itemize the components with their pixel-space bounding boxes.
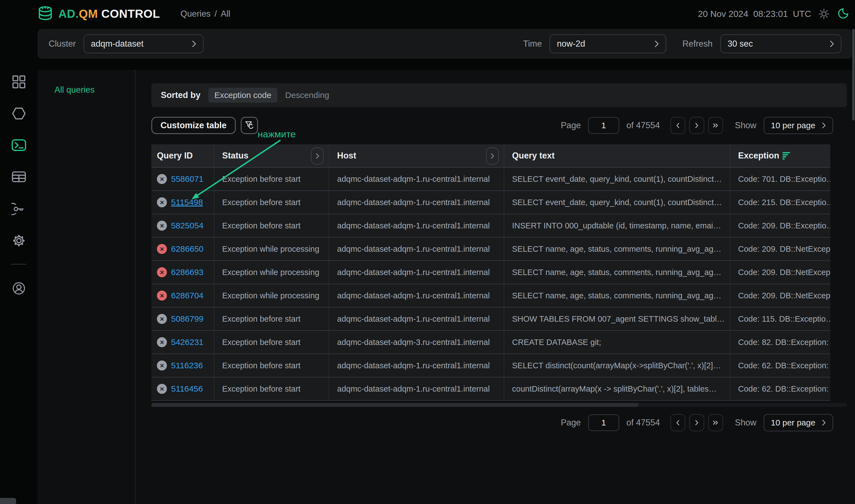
- column-header-query-text: Query text: [504, 144, 730, 168]
- column-header-host: Host: [329, 144, 504, 168]
- prev-page-button[interactable]: [670, 117, 685, 134]
- query-id-link[interactable]: 5426231: [171, 338, 204, 347]
- sidebar-item-tables[interactable]: [11, 169, 27, 185]
- query-id-link[interactable]: 6286693: [171, 268, 204, 277]
- status-filter-chevron-button[interactable]: [311, 147, 324, 165]
- pagination-top: Page of 47554 Show 10 per page: [561, 117, 833, 134]
- page-total: of 47554: [626, 418, 660, 428]
- host-cell: adqmc-dataset-adqm-1.ru-central1.interna…: [329, 191, 504, 214]
- table-row: 6286650 Exception while processing adqmc…: [151, 238, 830, 261]
- moon-theme-icon[interactable]: [837, 8, 849, 20]
- query-id-cell: 6286704: [151, 284, 214, 307]
- cross-in-circle-icon: [157, 337, 167, 347]
- query-text-cell: SELECT name, age, status, comments, runn…: [504, 261, 730, 284]
- status-cell: Exception before start: [214, 214, 329, 238]
- sidebar: [0, 28, 37, 504]
- query-id-cell: 5825054: [151, 214, 214, 238]
- query-id-cell: 5116456: [151, 377, 214, 401]
- cross-in-circle-icon: [157, 314, 167, 324]
- reset-filters-button[interactable]: [241, 117, 258, 134]
- query-text-cell: CREATE DATABASE git;: [504, 331, 730, 354]
- exception-cell: Code: 209. DB::NetExcep…: [730, 261, 830, 284]
- topbar-right: 20 Nov 2024 08:23:01 UTC: [698, 8, 849, 20]
- last-page-button[interactable]: [708, 414, 723, 431]
- subnav-all-queries[interactable]: All queries: [54, 85, 95, 95]
- host-cell: adqmc-dataset-adqm-1.ru-central1.interna…: [329, 354, 504, 377]
- show-label: Show: [735, 121, 756, 130]
- page-label: Page: [561, 121, 581, 130]
- gear-icon: [12, 233, 27, 248]
- top-zone: AD.QM CONTROL Queries / All 20 Nov 2024 …: [0, 0, 855, 70]
- query-id-link[interactable]: 6286704: [171, 291, 204, 300]
- customize-table-button[interactable]: Customize table: [151, 117, 236, 134]
- pagination-bottom: Page of 47554 Show 10 per page: [561, 414, 833, 431]
- chevron-right-icon: [822, 122, 826, 129]
- horizontal-scrollbar-thumb[interactable]: [151, 403, 639, 407]
- cross-in-circle-icon: [157, 174, 167, 184]
- subnav-divider: [135, 70, 136, 504]
- status-corner-box: [0, 498, 16, 504]
- time-text: 08:23:01: [753, 9, 788, 19]
- per-page-value: 10 per page: [771, 121, 822, 130]
- sort-descending-icon[interactable]: [783, 152, 791, 160]
- exception-cell: Code: 209. DB::NetExcep…: [730, 238, 830, 261]
- query-id-cell: 5426231: [151, 331, 214, 354]
- last-page-button[interactable]: [708, 117, 723, 134]
- column-label: Status: [222, 151, 248, 161]
- sidebar-item-nodes[interactable]: [11, 106, 27, 122]
- cross-in-circle-icon: [157, 244, 167, 254]
- sidebar-item-access-keys[interactable]: [11, 201, 27, 217]
- query-text-cell: SHOW TABLES FROM 007_agent SETTINGS show…: [504, 307, 730, 331]
- exception-cell: Code: 62. DB::Exception: …: [730, 377, 830, 401]
- brand-logo[interactable]: AD.QM CONTROL: [37, 5, 160, 22]
- breadcrumb-page[interactable]: All: [221, 9, 230, 19]
- next-page-button[interactable]: [689, 117, 704, 134]
- host-cell: adqmc-dataset-adqm-1.ru-central1.interna…: [329, 377, 504, 401]
- query-id-link[interactable]: 5116456: [171, 384, 203, 394]
- datetime-display: 20 Nov 2024 08:23:01 UTC: [698, 9, 811, 19]
- next-page-button[interactable]: [689, 414, 704, 431]
- query-text-cell: SELECT name, age, status, comments, runn…: [504, 238, 730, 261]
- sort-field-chip[interactable]: Exception code: [208, 88, 277, 103]
- cluster-label: Cluster: [49, 39, 76, 49]
- per-page-select[interactable]: 10 per page: [764, 414, 833, 431]
- sidebar-item-dashboard[interactable]: [11, 74, 27, 90]
- query-id-link[interactable]: 5586071: [171, 174, 204, 184]
- sidebar-item-settings[interactable]: [11, 233, 27, 249]
- brand-name: AD.QM CONTROL: [58, 7, 160, 20]
- page-number-input[interactable]: [588, 414, 619, 431]
- cross-in-circle-icon: [157, 197, 167, 207]
- terminal-icon: [11, 138, 27, 153]
- host-cell: adqmc-dataset-adqm-3.ru-central1.interna…: [329, 331, 504, 354]
- exception-cell: Code: 209. DB::Exceptio…: [730, 214, 830, 238]
- column-label: Query text: [512, 151, 555, 161]
- cluster-select[interactable]: adqm-dataset: [84, 34, 204, 53]
- status-cell: Exception before start: [214, 354, 329, 377]
- host-cell: adqmc-dataset-adqm-1.ru-central1.interna…: [329, 238, 504, 261]
- table-row: 6286693 Exception while processing adqmc…: [151, 261, 830, 284]
- exception-cell: Code: 82. DB::Exception: …: [730, 331, 830, 354]
- refresh-interval-select[interactable]: 30 sec: [720, 34, 841, 53]
- sun-theme-icon[interactable]: [818, 8, 830, 19]
- time-range-select[interactable]: now-2d: [549, 34, 666, 53]
- breadcrumb-section[interactable]: Queries: [180, 9, 211, 19]
- exception-cell: Code: 701. DB::Exceptio…: [730, 168, 830, 191]
- host-filter-chevron-button[interactable]: [486, 147, 499, 165]
- prev-page-button[interactable]: [670, 414, 685, 431]
- sort-direction-toggle[interactable]: Descending: [285, 90, 329, 100]
- query-id-link[interactable]: 6286650: [171, 244, 204, 254]
- per-page-select[interactable]: 10 per page: [764, 117, 833, 134]
- query-id-link[interactable]: 5116236: [171, 361, 203, 370]
- vertical-scrollbar-thumb[interactable]: [852, 29, 855, 121]
- status-cell: Exception before start: [214, 377, 329, 401]
- chevron-right-icon: [192, 40, 196, 48]
- query-id-link[interactable]: 5115498: [171, 198, 203, 207]
- sidebar-item-queries[interactable]: [11, 137, 27, 153]
- query-id-link[interactable]: 5086799: [171, 314, 204, 324]
- page-number-input[interactable]: [588, 117, 619, 134]
- query-id-link[interactable]: 5825054: [171, 221, 204, 230]
- table-row: 5586071 Exception before start adqmc-dat…: [151, 168, 830, 191]
- per-page-value: 10 per page: [771, 418, 822, 427]
- sidebar-item-account[interactable]: [11, 280, 27, 296]
- cluster-value: adqm-dataset: [91, 39, 192, 49]
